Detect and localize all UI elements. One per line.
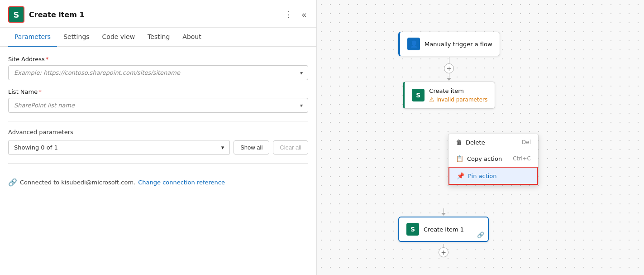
- connector-3: +: [439, 244, 448, 257]
- list-name-dropdown[interactable]: SharePoint list name ▾: [8, 98, 308, 113]
- connector-1: +: [444, 57, 454, 81]
- list-name-required: *: [38, 88, 42, 95]
- plus-icon-1: +: [446, 65, 452, 72]
- pin-item-left: 📌 Pin action: [457, 172, 497, 179]
- context-menu-pin[interactable]: 📌 Pin action: [448, 167, 538, 185]
- connection-text: Connected to kisubedi@microsoft.com.: [20, 179, 135, 186]
- plus-icon-2: +: [441, 249, 446, 256]
- site-address-label: Site Address *: [8, 56, 308, 63]
- list-name-group: List Name * SharePoint list name ▾: [8, 88, 308, 113]
- tab-settings[interactable]: Settings: [57, 28, 95, 47]
- connector-line-1: [449, 57, 449, 63]
- site-address-group: Site Address * Example: https://contoso.…: [8, 56, 308, 80]
- context-menu: 🗑 Delete Del 📋 Copy action Ctrl+C 📌 Pin …: [448, 134, 539, 185]
- trigger-node-icon: 👤: [407, 38, 420, 50]
- site-address-chevron-icon: ▾: [300, 70, 302, 76]
- flow-layout: 👤 Manually trigger a flow + S Create ite…: [398, 32, 500, 109]
- advanced-value-text: Showing 0 of 1: [14, 144, 58, 151]
- create-item1-node[interactable]: S Create item 1 🔗: [398, 217, 489, 242]
- trigger-node-content: Manually trigger a flow: [425, 41, 492, 48]
- page-title: Create item 1: [29, 10, 85, 19]
- invalid-msg: ⚠ Invalid parameters: [429, 96, 487, 103]
- app-icon: S: [8, 6, 24, 23]
- form-area: Site Address * Example: https://contoso.…: [0, 47, 316, 275]
- panel-header: S Create item 1 ⋮ «: [0, 0, 316, 28]
- link-icon: 🔗: [477, 232, 484, 238]
- connector-arrow-2: [441, 213, 446, 216]
- create-item1-layout: S Create item 1 🔗 +: [398, 208, 489, 257]
- context-menu-delete[interactable]: 🗑 Delete Del: [448, 134, 538, 150]
- add-step-button-2[interactable]: +: [439, 247, 448, 257]
- advanced-dropdown[interactable]: Showing 0 of 1 ▾: [8, 140, 230, 155]
- canvas-wrapper: 👤 Manually trigger a flow + S Create ite…: [317, 0, 644, 275]
- create-item-node-content: Create item ⚠ Invalid parameters: [429, 87, 487, 103]
- create-item-node-label: Create item: [429, 87, 487, 94]
- create-item1-label: Create item 1: [424, 226, 464, 233]
- tab-about-label: About: [182, 33, 201, 40]
- copy-item-left: 📋 Copy action: [456, 155, 502, 162]
- trigger-node-label: Manually trigger a flow: [425, 41, 492, 48]
- site-address-label-text: Site Address: [8, 56, 45, 63]
- collapse-icon: «: [302, 10, 306, 19]
- connector-line-2: [449, 73, 449, 78]
- connector-arrow-1: [447, 78, 451, 81]
- pin-label: Pin action: [468, 173, 497, 179]
- connector-2: [441, 208, 446, 216]
- show-all-button[interactable]: Show all: [234, 140, 269, 154]
- site-address-placeholder: Example: https://contoso.sharepoint.com/…: [14, 69, 180, 76]
- site-address-required: *: [46, 56, 49, 63]
- tab-testing[interactable]: Testing: [141, 28, 176, 47]
- divider-1: [8, 121, 308, 121]
- create-item1-icon: S: [406, 223, 419, 236]
- app-icon-text: S: [14, 10, 19, 19]
- copy-shortcut: Ctrl+C: [513, 155, 531, 162]
- copy-label: Copy action: [467, 155, 502, 162]
- warning-icon: ⚠: [429, 96, 434, 103]
- collapse-button[interactable]: «: [300, 8, 308, 21]
- advanced-chevron-icon: ▾: [221, 144, 224, 151]
- more-options-button[interactable]: ⋮: [283, 8, 295, 21]
- clear-all-button[interactable]: Clear all: [273, 140, 308, 154]
- list-name-label-text: List Name: [8, 88, 38, 95]
- connection-row: 🔗 Connected to kisubedi@microsoft.com. C…: [8, 171, 308, 187]
- tab-about[interactable]: About: [176, 28, 207, 47]
- tab-code-view[interactable]: Code view: [96, 28, 142, 47]
- trigger-node[interactable]: 👤 Manually trigger a flow: [398, 32, 500, 56]
- tab-parameters-label: Parameters: [14, 33, 51, 40]
- header-left: S Create item 1: [8, 6, 85, 23]
- advanced-params-group: Advanced parameters Showing 0 of 1 ▾ Sho…: [8, 129, 308, 155]
- more-icon: ⋮: [285, 10, 293, 19]
- site-address-dropdown[interactable]: Example: https://contoso.sharepoint.com/…: [8, 65, 308, 80]
- delete-shortcut: Del: [522, 139, 531, 145]
- delete-icon: 🗑: [456, 139, 462, 146]
- tab-code-view-label: Code view: [102, 33, 135, 40]
- change-connection-link[interactable]: Change connection reference: [138, 179, 225, 186]
- create-item1-content: Create item 1: [424, 226, 464, 233]
- list-name-placeholder: SharePoint list name: [14, 102, 75, 109]
- connection-icon: 🔗: [8, 178, 17, 187]
- create-item-node-icon: S: [412, 89, 425, 101]
- create-item-node[interactable]: S Create item ⚠ Invalid parameters: [403, 82, 495, 109]
- tab-testing-label: Testing: [148, 33, 170, 40]
- list-name-chevron-icon: ▾: [300, 102, 302, 109]
- delete-item-left: 🗑 Delete: [456, 139, 485, 146]
- canvas-panel: 👤 Manually trigger a flow + S Create ite…: [317, 0, 644, 275]
- tab-settings-label: Settings: [63, 33, 89, 40]
- add-step-button-1[interactable]: +: [444, 63, 454, 73]
- connector-line-4: [444, 244, 444, 247]
- pin-icon: 📌: [457, 172, 464, 179]
- list-name-label: List Name *: [8, 88, 308, 95]
- context-menu-copy[interactable]: 📋 Copy action Ctrl+C: [448, 150, 538, 167]
- connector-line-3: [444, 208, 444, 213]
- delete-label: Delete: [466, 139, 485, 146]
- invalid-msg-text: Invalid parameters: [436, 96, 487, 103]
- advanced-label: Advanced parameters: [8, 129, 308, 135]
- header-actions: ⋮ «: [283, 8, 308, 21]
- advanced-row: Showing 0 of 1 ▾ Show all Clear all: [8, 140, 308, 155]
- left-panel: S Create item 1 ⋮ « Parameters Settings …: [0, 0, 317, 275]
- tab-parameters[interactable]: Parameters: [8, 28, 57, 47]
- copy-icon: 📋: [456, 155, 463, 162]
- divider-2: [8, 163, 308, 164]
- tab-bar: Parameters Settings Code view Testing Ab…: [0, 28, 316, 47]
